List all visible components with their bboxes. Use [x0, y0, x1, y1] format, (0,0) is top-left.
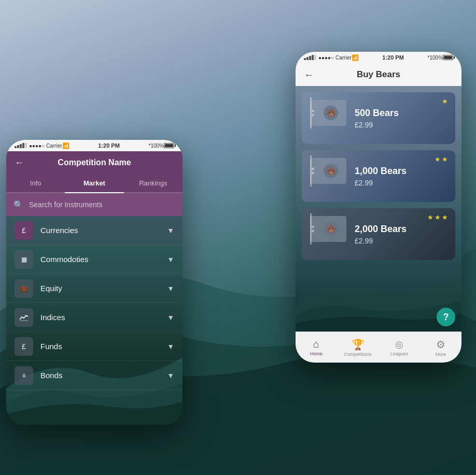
equity-label: Equity — [40, 284, 167, 293]
funds-label: Funds — [40, 342, 167, 351]
nav-home[interactable]: ⌂ Home — [296, 332, 337, 363]
currencies-icon: £ — [15, 221, 33, 240]
nav-leagues[interactable]: ◎ Leagues — [379, 332, 420, 363]
bear-info-1000: 1,000 Bears £2.99 — [355, 166, 447, 187]
wifi-icon: 📶 — [62, 142, 69, 149]
currencies-label: Currencies — [40, 226, 167, 235]
tab-rankings[interactable]: Rankings — [124, 174, 183, 192]
bear-item-500[interactable]: ★ 🐻 — [302, 92, 455, 144]
right-signal-indicator — [304, 55, 316, 60]
nav-more[interactable]: ⚙ More — [420, 332, 461, 363]
bear-info-500: 500 Bears £2.99 — [355, 108, 447, 129]
right-status-bar: ●●●●○ Carrier 📶 1:20 PM * 100% — [296, 52, 461, 63]
bear-flag-2000: 🐻 — [310, 216, 346, 252]
bottom-nav: ⌂ Home 🏆 Competitions ◎ Leagues ⚙ More — [296, 332, 461, 363]
leagues-label: Leagues — [390, 351, 409, 356]
bear-flag-1000: 🐻 — [310, 158, 346, 194]
bear-name-500: 500 Bears — [355, 108, 447, 119]
bear-info-2000: 2,000 Bears £2.99 — [355, 224, 447, 245]
search-placeholder-text: Search for Instruments — [29, 200, 103, 209]
help-button[interactable]: ? — [437, 308, 455, 326]
carrier-label: ●●●●○ Carrier — [29, 143, 62, 149]
indices-label: Indices — [40, 313, 167, 322]
indices-icon — [15, 308, 33, 327]
more-label: More — [436, 352, 446, 357]
battery-label: 100% — [150, 143, 164, 149]
competitions-label: Competitions — [344, 352, 372, 357]
equity-chevron: ▼ — [167, 284, 174, 293]
battery-icon — [164, 143, 174, 148]
bonds-chevron: ▼ — [167, 371, 174, 380]
right-nav-title: Buy Bears — [357, 69, 400, 80]
home-icon: ⌂ — [313, 338, 319, 350]
instrument-item-indices[interactable]: Indices ▼ — [6, 303, 183, 332]
instrument-item-bonds[interactable]: ≡ Bonds ▼ — [6, 361, 183, 390]
instrument-item-currencies[interactable]: £ Currencies ▼ — [6, 216, 183, 245]
search-icon: 🔍 — [13, 200, 24, 210]
right-nav-bar: ← Buy Bears — [296, 63, 461, 86]
bear-item-1000[interactable]: ★★ 🐻 — [302, 150, 455, 202]
left-nav-title: Competition Name — [58, 158, 131, 167]
nav-competitions[interactable]: 🏆 Competitions — [337, 332, 379, 363]
competitions-icon: 🏆 — [352, 338, 365, 351]
search-bar[interactable]: 🔍 Search for Instruments — [6, 193, 183, 216]
right-wifi-icon: 📶 — [352, 54, 359, 61]
bear-price-500: £2.99 — [355, 121, 447, 129]
bear-price-1000: £2.99 — [355, 179, 447, 187]
bear-item-2000[interactable]: ★★★ 🐻 — [302, 208, 455, 260]
commodoties-label: Commodoties — [40, 255, 167, 264]
bear-price-2000: £2.99 — [355, 237, 447, 245]
commodoties-icon: ▦ — [15, 250, 33, 269]
right-time: 1:20 PM — [382, 54, 404, 61]
currencies-chevron: ▼ — [167, 226, 174, 235]
chart-icon — [19, 313, 29, 322]
bear-flag-500: 🐻 — [310, 100, 346, 136]
phone-right: ●●●●○ Carrier 📶 1:20 PM * 100% ← Buy Bea… — [296, 52, 461, 363]
instrument-item-equity[interactable]: 💼 Equity ▼ — [6, 274, 183, 303]
right-carrier-label: ●●●●○ Carrier — [318, 55, 352, 61]
bonds-icon: ≡ — [15, 366, 33, 385]
help-label: ? — [443, 312, 449, 323]
equity-icon: 💼 — [15, 279, 33, 298]
right-battery-icon — [443, 55, 453, 60]
left-time: 1:20 PM — [98, 142, 120, 149]
funds-icon: £ — [15, 337, 33, 356]
left-status-bar: ●●●●○ Carrier 📶 1:20 PM * 100% — [6, 140, 183, 151]
right-battery-label: 100% — [429, 55, 443, 61]
leagues-icon: ◎ — [395, 339, 403, 350]
instrument-item-funds[interactable]: £ Funds ▼ — [6, 332, 183, 361]
phone-left: ●●●●○ Carrier 📶 1:20 PM * 100% ← Competi… — [6, 140, 183, 425]
left-back-button[interactable]: ← — [15, 157, 24, 168]
more-icon: ⚙ — [436, 338, 445, 351]
commodoties-chevron: ▼ — [167, 255, 174, 264]
bear-name-2000: 2,000 Bears — [355, 224, 447, 235]
bear-name-1000: 1,000 Bears — [355, 166, 447, 177]
right-back-button[interactable]: ← — [304, 69, 314, 81]
signal-indicator — [15, 143, 27, 148]
left-nav-bar: ← Competition Name — [6, 151, 183, 174]
bear-product-list: ★ 🐻 — [296, 86, 461, 332]
home-label: Home — [310, 351, 323, 356]
instrument-list: £ Currencies ▼ ▦ Commodoties ▼ 💼 Equity … — [6, 216, 183, 425]
tab-market[interactable]: Market — [65, 174, 123, 193]
bonds-label: Bonds — [40, 371, 167, 380]
instrument-item-commodoties[interactable]: ▦ Commodoties ▼ — [6, 245, 183, 274]
indices-chevron: ▼ — [167, 313, 174, 322]
funds-chevron: ▼ — [167, 342, 174, 351]
left-tab-bar: Info Market Rankings — [6, 174, 183, 193]
tab-info[interactable]: Info — [6, 174, 65, 192]
